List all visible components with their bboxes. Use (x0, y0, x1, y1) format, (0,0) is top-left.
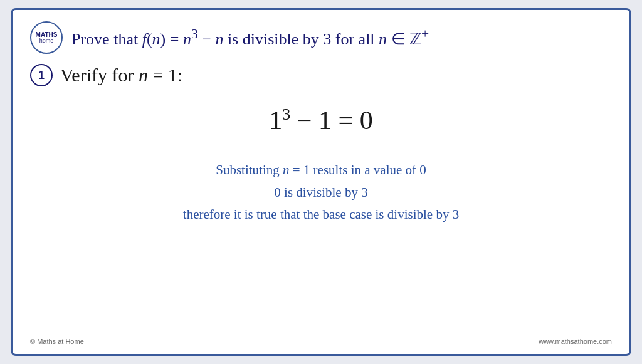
equation-display: 13 − 1 = 0 (269, 106, 372, 135)
logo-home: home (39, 38, 54, 44)
main-card: MATHS home Prove that f(n) = n3 − n is d… (11, 8, 631, 356)
result-line-2: 0 is divisible by 3 (30, 182, 612, 204)
result-line-1: Substituting n = 1 results in a value of… (30, 159, 612, 182)
result-section: Substituting n = 1 results in a value of… (30, 159, 612, 226)
footer-row: © Maths at Home www.mathsathome.com (30, 334, 612, 345)
page-title: Prove that f(n) = n3 − n is divisible by… (71, 25, 429, 49)
step-circle: 1 (30, 64, 53, 86)
equation-block: 13 − 1 = 0 (30, 105, 612, 135)
logo-maths: MATHS (36, 31, 58, 38)
footer-left: © Maths at Home (30, 338, 84, 345)
footer-right: www.mathsathome.com (539, 338, 612, 345)
step-row: 1 Verify for n = 1: (30, 64, 612, 86)
logo: MATHS home (30, 21, 63, 54)
step-label: Verify for n = 1: (60, 65, 182, 86)
result-line-3: therefore it is true that the base case … (30, 204, 612, 226)
header-row: MATHS home Prove that f(n) = n3 − n is d… (30, 21, 612, 54)
